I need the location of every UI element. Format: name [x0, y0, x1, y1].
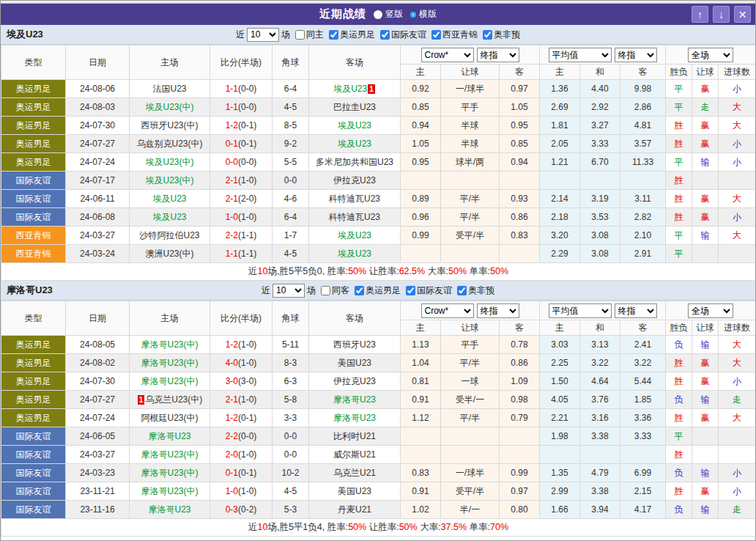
league-checkbox[interactable]	[431, 30, 441, 40]
league-filter-0-3[interactable]: 奥非预	[480, 29, 520, 41]
match-row: 奥运男足 24-08-06 法国U23 1-1(0-0) 6-4 埃及U231 …	[1, 80, 756, 98]
league-filter-1-2[interactable]: 奥非预	[454, 284, 494, 297]
final-odds2-select-0[interactable]: 终指	[615, 48, 657, 62]
home-team-name[interactable]: 摩洛哥U23(中)	[141, 358, 198, 368]
league-filter-0-0[interactable]: 奥运男足	[326, 29, 375, 41]
recent-count-select-1[interactable]: 10	[273, 284, 305, 298]
league-checkbox[interactable]	[483, 30, 492, 40]
avg-draw-odds: 3.16	[580, 409, 620, 427]
summary-row: 近10场,胜5平5负0, 胜率:50% 让胜率:62.5% 大率:50% 单率:…	[1, 263, 756, 281]
away-team-name[interactable]: 多米尼加共和国U23	[316, 157, 393, 167]
league-filter-0-1[interactable]: 国际友谊	[377, 29, 426, 41]
home-team-name[interactable]: 埃及U23	[152, 212, 186, 222]
handicap-line: 受平/半	[441, 482, 500, 501]
average-odds-select-0[interactable]: 平均值	[549, 48, 612, 62]
league-filter-1-1[interactable]: 国际友谊	[403, 284, 452, 297]
home-team-name[interactable]: 法国U23	[152, 84, 186, 94]
result-handicap: 赢	[692, 190, 719, 208]
away-team-name[interactable]: 丹麦U21	[338, 504, 371, 515]
home-team-name[interactable]: 乌兹别克U23(中)	[136, 139, 202, 149]
home-team-name[interactable]: 摩洛哥U23	[148, 431, 190, 441]
away-team-name[interactable]: 美国U23	[338, 486, 371, 496]
same-side-filter[interactable]: 同主	[292, 29, 324, 41]
home-team-name[interactable]: 西班牙U23(中)	[141, 120, 198, 130]
corner-cell: 4-5	[273, 245, 309, 263]
away-team-name[interactable]: 埃及U23	[338, 120, 371, 130]
away-team-name[interactable]: 埃及U23	[333, 84, 367, 94]
home-team-cell: 摩洛哥U23(中)	[130, 446, 210, 464]
home-team-name[interactable]: 沙特阿拉伯U23	[139, 230, 199, 240]
summary-segment: 50%	[348, 522, 366, 532]
away-team-name[interactable]: 摩洛哥U23	[333, 413, 376, 423]
home-team-name[interactable]: 摩洛哥U23(中)	[141, 376, 198, 386]
away-team-name[interactable]: 科特迪瓦U23	[329, 212, 380, 222]
home-team-name[interactable]: 澳洲U23(中)	[145, 249, 193, 259]
away-team-name[interactable]: 埃及U23	[338, 249, 371, 259]
final-odds2-select-1[interactable]: 终指	[615, 303, 657, 318]
away-team-name[interactable]: 美国U23	[338, 358, 371, 368]
home-team-name[interactable]: 摩洛哥U23(中)	[141, 486, 198, 496]
away-team-name[interactable]: 摩洛哥U23	[333, 394, 376, 405]
result-handicap: 赢	[692, 409, 719, 427]
away-team-name[interactable]: 巴拉圭U23	[333, 102, 376, 112]
same-side-checkbox[interactable]	[321, 286, 330, 295]
home-team-name[interactable]: 摩洛哥U23(中)	[141, 468, 198, 478]
home-team-name[interactable]: 埃及U23(中)	[145, 157, 193, 167]
home-team-name[interactable]: 乌克兰U23(中)	[145, 394, 202, 405]
home-team-name[interactable]: 摩洛哥U23	[148, 504, 190, 515]
avg-home-odds: 1.50	[540, 372, 580, 391]
league-checkbox[interactable]	[329, 30, 338, 40]
avg-away-odds: 2.41	[620, 336, 666, 354]
away-team-name[interactable]: 伊拉克U23	[333, 376, 376, 386]
avg-away-odds: 2.86	[620, 98, 666, 117]
league-filter-1-0[interactable]: 奥运男足	[352, 284, 401, 297]
home-team-name[interactable]: 阿根廷U23(中)	[141, 413, 198, 423]
result-handicap: 赢	[692, 354, 719, 372]
league-checkbox[interactable]	[380, 30, 390, 40]
odds-source-select-0[interactable]: Crow*	[421, 48, 474, 62]
odds-source-select-1[interactable]: Crow*	[421, 303, 474, 318]
handicap-away-odds	[500, 172, 540, 190]
avg-draw-odds: 3.38	[580, 482, 620, 501]
home-team-name[interactable]: 摩洛哥U23(中)	[141, 449, 198, 460]
scope-select-0[interactable]: 全场	[688, 48, 733, 62]
handicap-away-odds: 0.86	[500, 354, 540, 372]
same-side-filter[interactable]: 同客	[318, 284, 349, 297]
scroll-down-button[interactable]: ↓	[713, 6, 730, 23]
scroll-up-button[interactable]: ↑	[692, 6, 708, 23]
corner-cell: 8-3	[273, 354, 309, 372]
league-checkbox[interactable]	[457, 286, 467, 295]
away-team-name[interactable]: 西班牙U23	[333, 339, 376, 350]
away-team-name[interactable]: 埃及U23	[338, 230, 371, 240]
handicap-away-odds: 0.83	[500, 227, 540, 245]
score-cell: 4-0(1-0)	[210, 354, 273, 372]
league-filter-0-2[interactable]: 西亚青锦	[429, 29, 478, 41]
home-team-name[interactable]: 埃及U23	[152, 194, 186, 204]
home-team-name[interactable]: 埃及U23(中)	[145, 102, 193, 112]
column-header: 类型	[1, 301, 66, 336]
average-odds-select-1[interactable]: 平均值	[549, 303, 612, 318]
away-team-name[interactable]: 乌克兰U21	[333, 468, 376, 478]
avg-home-odds: 2.29	[540, 245, 580, 263]
layout-horizontal-radio[interactable]: 横版	[410, 8, 437, 21]
avg-draw-odds: 3.19	[580, 190, 620, 208]
away-team-name[interactable]: 埃及U23	[338, 139, 371, 149]
result-wdl: 胜	[666, 482, 692, 501]
final-odds-select-1[interactable]: 终指	[477, 303, 519, 318]
close-button[interactable]: ✕	[734, 6, 751, 23]
same-side-label: 同客	[332, 284, 349, 297]
layout-vertical-radio[interactable]: 竖版	[374, 8, 403, 21]
match-row: 奥运男足 24-07-30 西班牙U23(中) 1-2(0-1) 8-5 埃及U…	[1, 117, 756, 135]
recent-count-select-0[interactable]: 10	[247, 28, 279, 42]
same-side-checkbox[interactable]	[295, 30, 305, 40]
league-checkbox[interactable]	[406, 286, 415, 295]
away-team-name[interactable]: 威尔斯U21	[333, 449, 376, 460]
home-team-name[interactable]: 埃及U23(中)	[145, 175, 193, 185]
home-team-name[interactable]: 摩洛哥U23(中)	[141, 339, 198, 350]
league-checkbox[interactable]	[355, 286, 364, 295]
away-team-name[interactable]: 伊拉克U23	[333, 175, 376, 185]
away-team-name[interactable]: 科特迪瓦U23	[329, 194, 380, 204]
scope-select-1[interactable]: 全场	[688, 303, 733, 318]
away-team-name[interactable]: 比利时U21	[333, 431, 376, 441]
final-odds-select-0[interactable]: 终指	[477, 48, 519, 62]
